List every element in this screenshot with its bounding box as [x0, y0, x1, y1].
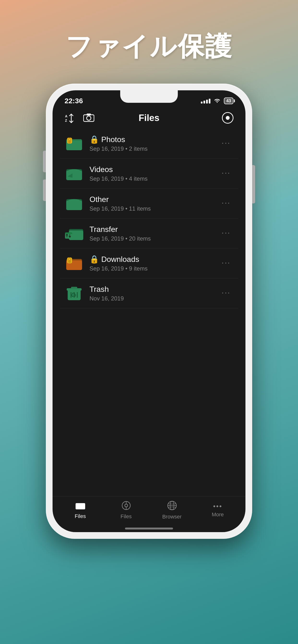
photos-folder-icon [65, 134, 84, 153]
svg-text:Z: Z [65, 118, 67, 122]
file-item-photos[interactable]: 🔒 Photos Sep 16, 2019 • 2 items ⋮ [60, 129, 238, 158]
tab-files-active[interactable]: Files [57, 501, 103, 520]
photos-meta: Sep 16, 2019 • 2 items [89, 146, 218, 152]
svg-rect-19 [65, 234, 72, 238]
svg-rect-27 [71, 287, 77, 289]
trash-name: Trash [89, 285, 218, 294]
videos-name: Videos [89, 165, 218, 174]
svg-rect-30 [74, 292, 75, 298]
tab-more-icon: ••• [213, 503, 222, 510]
other-info: Other Sep 16, 2019 • 11 items [89, 195, 218, 212]
svg-point-34 [125, 504, 128, 507]
other-folder-icon [65, 194, 84, 213]
signal-icon [201, 98, 210, 104]
downloads-more-button[interactable]: ⋮ [218, 256, 233, 270]
tab-more-label: More [212, 512, 224, 518]
tab-browser-icon [167, 501, 177, 512]
svg-rect-29 [71, 292, 72, 298]
status-icons: 43 [201, 98, 233, 104]
svg-rect-13 [66, 170, 82, 180]
tab-files-music[interactable]: Files [103, 501, 149, 520]
svg-text:A: A [65, 114, 67, 118]
home-indicator [53, 525, 245, 532]
phone-screen: 22:36 43 [53, 90, 245, 532]
home-bar [125, 528, 173, 530]
photos-more-button[interactable]: ⋮ [218, 136, 233, 150]
tab-more[interactable]: ••• More [195, 503, 241, 518]
wifi-icon [214, 98, 221, 104]
file-list: 🔒 Photos Sep 16, 2019 • 2 items ⋮ Video [53, 129, 245, 496]
camera-icon[interactable] [83, 113, 94, 123]
battery-icon: 43 [224, 98, 233, 104]
downloads-meta: Sep 16, 2019 • 9 items [89, 265, 218, 272]
trash-info: Trash Nov 16, 2019 [89, 285, 218, 302]
phone-mockup: 22:36 43 [46, 84, 252, 539]
nav-left-controls: A Z [65, 113, 94, 123]
other-meta: Sep 16, 2019 • 11 items [89, 205, 218, 212]
svg-point-4 [87, 116, 91, 120]
trash-more-button[interactable]: ⋮ [218, 286, 233, 300]
downloads-name: 🔒 Downloads [89, 255, 218, 264]
trash-meta: Nov 16, 2019 [89, 295, 218, 302]
tab-files-label: Files [75, 513, 86, 520]
downloads-folder-icon [65, 254, 84, 273]
transfer-more-button[interactable]: ⋮ [218, 226, 233, 240]
notch [120, 90, 178, 103]
file-item-trash[interactable]: ♻ Trash Nov 16, 2019 ⋮ [60, 278, 238, 308]
transfer-info: Transfer Sep 16, 2019 • 20 items [89, 225, 218, 242]
photos-info: 🔒 Photos Sep 16, 2019 • 2 items [89, 135, 218, 152]
photos-name: 🔒 Photos [89, 135, 218, 144]
tab-browser-label: Browser [162, 514, 182, 520]
svg-rect-15 [66, 200, 82, 210]
transfer-name: Transfer [89, 225, 218, 234]
page-title: ファイル保護 [66, 29, 232, 64]
svg-rect-31 [77, 292, 78, 298]
nav-title: Files [139, 113, 160, 123]
transfer-folder-icon [65, 224, 84, 243]
other-name: Other [89, 195, 218, 204]
videos-meta: Sep 16, 2019 • 4 items [89, 176, 218, 182]
volume-down-button [43, 180, 46, 201]
tab-browser[interactable]: Browser [149, 501, 195, 520]
file-item-videos[interactable]: Videos Sep 16, 2019 • 4 items ⋮ [60, 158, 238, 188]
tab-files-icon [75, 501, 85, 511]
videos-more-button[interactable]: ⋮ [218, 166, 233, 180]
downloads-info: 🔒 Downloads Sep 16, 2019 • 9 items [89, 255, 218, 272]
volume-up-button [43, 151, 46, 172]
tab-bar: Files Files [53, 496, 245, 525]
svg-rect-5 [87, 114, 91, 116]
file-item-other[interactable]: Other Sep 16, 2019 • 11 items ⋮ [60, 188, 238, 218]
power-button [252, 165, 255, 204]
sort-az-icon[interactable]: A Z [65, 113, 77, 123]
status-time: 22:36 [65, 97, 83, 105]
navigation-bar: A Z Files [53, 107, 245, 129]
tab-music-icon [122, 501, 131, 512]
videos-info: Videos Sep 16, 2019 • 4 items [89, 165, 218, 182]
target-icon[interactable] [222, 112, 233, 124]
videos-folder-icon [65, 164, 84, 183]
tab-files2-label: Files [120, 514, 131, 520]
transfer-meta: Sep 16, 2019 • 20 items [89, 235, 218, 242]
other-more-button[interactable]: ⋮ [218, 196, 233, 210]
file-item-transfer[interactable]: Transfer Sep 16, 2019 • 20 items ⋮ [60, 218, 238, 248]
file-item-downloads[interactable]: 🔒 Downloads Sep 16, 2019 • 9 items ⋮ [60, 248, 238, 278]
trash-folder-icon: ♻ [65, 284, 84, 303]
